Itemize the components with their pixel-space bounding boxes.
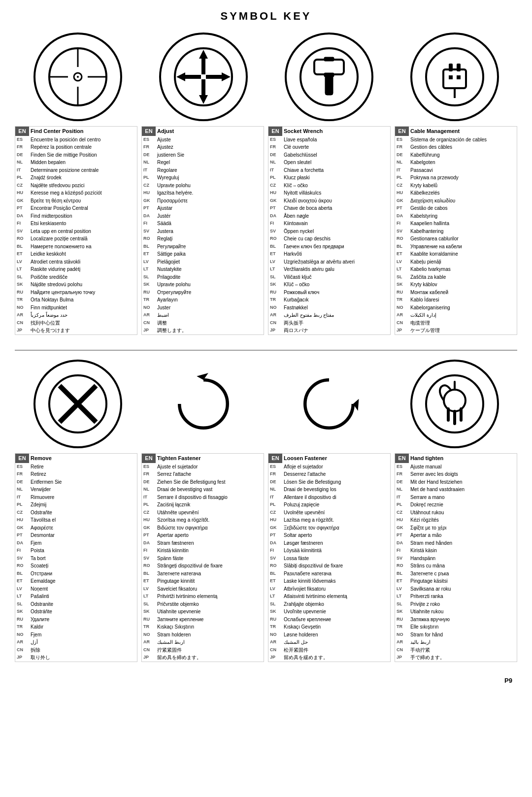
svg-rect-9 xyxy=(201,59,205,74)
svg-marker-10 xyxy=(199,95,208,104)
svg-marker-12 xyxy=(176,72,185,81)
symbols-row-1 xyxy=(15,33,517,121)
svg-rect-22 xyxy=(443,69,466,88)
symbol-adjust xyxy=(159,33,248,121)
table-loosen-fastener: EN Loosen Fastener ESAfloje el sujetador… xyxy=(268,453,391,662)
svg-marker-14 xyxy=(222,72,231,81)
loosen-fastener-icon xyxy=(297,372,361,436)
symbol-socket-wrench xyxy=(285,33,373,121)
page-title: SYMBOL KEY xyxy=(15,10,517,23)
table-header-lang-2: EN xyxy=(268,127,282,136)
socket-wrench-icon xyxy=(297,45,361,109)
table-cable-management: EN Cable Management ESSistema de organiz… xyxy=(395,126,517,335)
symbol-hand-tighten xyxy=(410,360,499,448)
svg-rect-15 xyxy=(206,75,222,79)
page: SYMBOL KEY xyxy=(0,0,532,797)
svg-marker-8 xyxy=(199,50,208,59)
table-header-title-4: Remove xyxy=(29,454,137,463)
table-find-center-position: EN Find Center Position ESEncuentre la p… xyxy=(15,126,137,335)
cable-management-icon xyxy=(423,45,487,109)
table-header-title-1: Adjust xyxy=(156,127,264,136)
svg-rect-25 xyxy=(457,64,461,71)
section-divider xyxy=(15,350,517,351)
table-header-lang-5: EN xyxy=(142,454,156,463)
svg-rect-24 xyxy=(449,64,453,71)
svg-rect-11 xyxy=(201,79,205,95)
table-adjust: EN Adjust ESAjuste FRAjustez DEjustieren… xyxy=(141,126,264,335)
symbol-center-position xyxy=(33,33,122,121)
page-number: P9 xyxy=(15,677,517,684)
table-header-title-5: Tighten Fastener xyxy=(156,454,264,463)
tables-row-1: EN Find Center Position ESEncuentre la p… xyxy=(15,126,517,335)
table-remove: EN Remove ESRetire FRRetirez DEEntfermen… xyxy=(15,453,137,662)
table-header-title-2: Socket Wrench xyxy=(282,127,390,136)
tables-row-2: EN Remove ESRetire FRRetirez DEEntfermen… xyxy=(15,453,517,662)
table-header-lang-7: EN xyxy=(395,454,409,463)
symbol-tighten-fastener xyxy=(159,360,248,448)
table-header-title-7: Hand tighten xyxy=(409,454,517,463)
svg-point-2 xyxy=(77,76,79,78)
table-header-title-6: Loosen Fastener xyxy=(282,454,390,463)
table-header-lang-0: EN xyxy=(15,127,29,136)
svg-rect-26 xyxy=(449,75,453,79)
adjust-icon xyxy=(171,45,235,109)
symbols-row-2 xyxy=(15,360,517,448)
table-header-lang-6: EN xyxy=(268,454,282,463)
svg-rect-20 xyxy=(325,75,333,95)
symbol-remove xyxy=(33,360,122,448)
symbol-loosen-fastener xyxy=(285,360,373,448)
center-position-icon xyxy=(46,45,110,109)
svg-rect-18 xyxy=(324,57,334,61)
svg-rect-17 xyxy=(314,60,344,74)
table-tighten-fastener: EN Tighten Fastener ESAjuste el sujetado… xyxy=(141,453,264,662)
table-header-lang-1: EN xyxy=(142,127,156,136)
svg-rect-27 xyxy=(457,75,461,79)
symbol-cable-management xyxy=(410,33,499,121)
remove-icon xyxy=(46,372,110,436)
tighten-fastener-icon xyxy=(171,372,235,436)
table-header-lang-3: EN xyxy=(395,127,409,136)
table-socket-wrench: EN Socket Wrench ESLlave española FRClé … xyxy=(268,126,391,335)
table-hand-tighten: EN Hand tighten ESAjuste manual FRSerrer… xyxy=(395,453,517,662)
hand-tighten-icon xyxy=(423,372,487,436)
table-header-lang-4: EN xyxy=(15,454,29,463)
table-header-title-0: Find Center Position xyxy=(29,127,137,136)
svg-rect-13 xyxy=(185,75,201,79)
table-header-title-3: Cable Management xyxy=(409,127,517,136)
